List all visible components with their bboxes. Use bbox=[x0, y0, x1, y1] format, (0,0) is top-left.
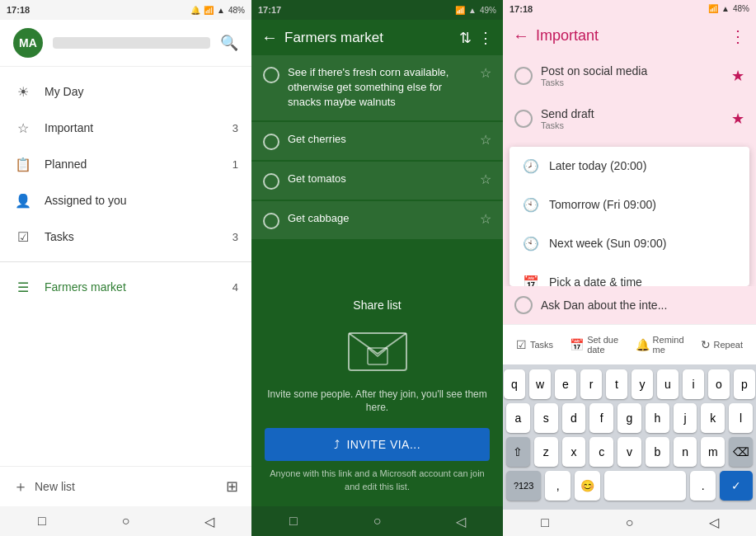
sidebar-item-planned[interactable]: 📋 Planned 1 bbox=[0, 146, 251, 182]
key-d[interactable]: d bbox=[562, 403, 586, 433]
back-nav-btn[interactable]: ◁ bbox=[197, 509, 222, 534]
more-icon[interactable]: ⋮ bbox=[478, 29, 493, 47]
dropdown-tomorrow[interactable]: 🕙 Tomorrow (Fri 09:00) bbox=[509, 186, 749, 224]
key-j[interactable]: j bbox=[674, 403, 697, 433]
ask-dan-circle[interactable] bbox=[514, 296, 533, 314]
key-comma[interactable]: , bbox=[545, 471, 571, 501]
avatar[interactable]: MA bbox=[13, 28, 43, 58]
new-list-button[interactable]: ＋ New list bbox=[13, 477, 75, 496]
key-v[interactable]: v bbox=[617, 437, 641, 467]
toolbar-due-date-btn[interactable]: 📅 Set due date bbox=[563, 330, 625, 360]
key-x[interactable]: x bbox=[562, 437, 586, 467]
key-period[interactable]: . bbox=[690, 471, 716, 501]
key-space[interactable] bbox=[604, 471, 686, 501]
imp-star-2[interactable]: ★ bbox=[731, 110, 744, 128]
farmers-market-header: ← Farmers market ⇅ ⋮ bbox=[251, 20, 503, 55]
task-item-2[interactable]: Get cherries ☆ bbox=[251, 122, 503, 160]
key-z[interactable]: z bbox=[534, 437, 558, 467]
task-star-2[interactable]: ☆ bbox=[480, 132, 491, 148]
dropdown-pick-date[interactable]: 📅 Pick a date & time bbox=[509, 263, 749, 286]
imp-circle-2[interactable] bbox=[514, 110, 533, 128]
key-l[interactable]: l bbox=[729, 403, 753, 433]
task-text-4: Get cabbage bbox=[288, 211, 472, 226]
key-o[interactable]: o bbox=[708, 369, 730, 399]
ask-dan-task[interactable]: Ask Dan about the inte... bbox=[503, 286, 756, 324]
task-star-1[interactable]: ☆ bbox=[480, 65, 491, 81]
sidebar-item-tasks[interactable]: ☑ Tasks 3 bbox=[0, 219, 251, 255]
key-backspace[interactable]: ⌫ bbox=[729, 437, 753, 467]
circle-nav-btn-m[interactable]: ○ bbox=[364, 509, 389, 534]
search-icon[interactable]: 🔍 bbox=[220, 34, 238, 52]
ask-dan-text: Ask Dan about the inte... bbox=[541, 299, 667, 312]
toolbar-tasks-btn[interactable]: ☑ Tasks bbox=[509, 333, 560, 356]
calendar-icon-pick: 📅 bbox=[523, 275, 539, 286]
back-icon[interactable]: ← bbox=[261, 28, 278, 47]
key-b[interactable]: b bbox=[646, 437, 669, 467]
key-i[interactable]: i bbox=[683, 369, 704, 399]
key-a[interactable]: a bbox=[506, 403, 530, 433]
task-circle-3[interactable] bbox=[263, 173, 279, 190]
square-nav-btn[interactable]: □ bbox=[30, 509, 54, 534]
right-back-icon[interactable]: ← bbox=[513, 26, 529, 45]
toolbar-repeat-btn[interactable]: ↻ Repeat bbox=[694, 333, 749, 356]
key-g[interactable]: g bbox=[617, 403, 641, 433]
key-e[interactable]: e bbox=[555, 369, 576, 399]
back-nav-btn-m[interactable]: ◁ bbox=[448, 509, 473, 534]
task-item-1[interactable]: See if there's fresh corn available, oth… bbox=[251, 55, 503, 120]
task-circle-4[interactable] bbox=[263, 213, 279, 229]
task-star-3[interactable]: ☆ bbox=[480, 172, 491, 187]
share-description: Invite some people. After they join, you… bbox=[265, 388, 490, 416]
key-emoji[interactable]: 😊 bbox=[575, 471, 600, 501]
key-r[interactable]: r bbox=[580, 369, 602, 399]
sidebar-panel: 17:18 🔔 📶 ▲ 48% MA 🔍 ☀ My Day ☆ Importan… bbox=[0, 0, 251, 536]
imp-star-1[interactable]: ★ bbox=[731, 67, 744, 85]
right-menu-icon[interactable]: ⋮ bbox=[730, 26, 746, 46]
back-nav-btn-r[interactable]: ◁ bbox=[702, 510, 726, 535]
sidebar-item-farmers-market[interactable]: ☰ Farmers market 4 bbox=[0, 269, 251, 305]
share-icon[interactable]: ⇅ bbox=[459, 29, 472, 47]
key-w[interactable]: w bbox=[529, 369, 551, 399]
key-c[interactable]: c bbox=[589, 437, 613, 467]
important-task-1[interactable]: Post on social media Tasks ★ bbox=[503, 54, 756, 97]
task-item-4[interactable]: Get cabbage ☆ bbox=[251, 201, 503, 239]
toolbar-remind-btn[interactable]: 🔔 Remind me bbox=[629, 330, 691, 360]
task-circle-1[interactable] bbox=[263, 67, 279, 83]
dropdown-next-week[interactable]: 🕙 Next week (Sun 09:00) bbox=[509, 224, 749, 263]
nav-divider bbox=[0, 261, 251, 262]
toolbar-bell-icon: 🔔 bbox=[636, 338, 650, 351]
task-star-4[interactable]: ☆ bbox=[480, 211, 491, 227]
key-n[interactable]: n bbox=[674, 437, 697, 467]
toolbar-repeat-icon: ↻ bbox=[701, 338, 711, 351]
edit-lists-icon[interactable]: ⊞ bbox=[226, 477, 238, 496]
sidebar-item-assigned[interactable]: 👤 Assigned to you bbox=[0, 182, 251, 219]
important-task-2[interactable]: Send draft Tasks ★ bbox=[503, 97, 756, 140]
key-p[interactable]: p bbox=[734, 369, 755, 399]
key-s[interactable]: s bbox=[534, 403, 558, 433]
key-num[interactable]: ?123 bbox=[506, 471, 541, 501]
invite-button[interactable]: ⤴ INVITE VIA... bbox=[265, 428, 490, 461]
toolbar-tasks-label: Tasks bbox=[530, 340, 553, 350]
keyboard-row-4: ?123 , 😊 . ✓ bbox=[506, 471, 753, 501]
sidebar-item-my-day[interactable]: ☀ My Day bbox=[0, 73, 251, 110]
key-f[interactable]: f bbox=[589, 403, 613, 433]
dropdown-later-today[interactable]: 🕗 Later today (20:00) bbox=[509, 147, 749, 186]
sidebar-header: MA 🔍 bbox=[0, 20, 251, 67]
square-nav-btn-r[interactable]: □ bbox=[533, 510, 557, 535]
sidebar-item-important[interactable]: ☆ Important 3 bbox=[0, 110, 251, 146]
key-shift[interactable]: ⇧ bbox=[506, 437, 530, 467]
square-nav-btn-m[interactable]: □ bbox=[281, 509, 306, 534]
key-enter[interactable]: ✓ bbox=[720, 471, 753, 501]
imp-circle-1[interactable] bbox=[514, 67, 533, 85]
key-y[interactable]: y bbox=[632, 369, 653, 399]
task-circle-2[interactable] bbox=[263, 134, 279, 150]
key-q[interactable]: q bbox=[504, 369, 525, 399]
key-h[interactable]: h bbox=[646, 403, 669, 433]
dropdown-label-pick: Pick a date & time bbox=[549, 275, 642, 286]
key-t[interactable]: t bbox=[606, 369, 627, 399]
circle-nav-btn-r[interactable]: ○ bbox=[617, 510, 641, 535]
key-m[interactable]: m bbox=[701, 437, 725, 467]
task-item-3[interactable]: Get tomatos ☆ bbox=[251, 162, 503, 200]
key-u[interactable]: u bbox=[657, 369, 679, 399]
key-k[interactable]: k bbox=[701, 403, 725, 433]
circle-nav-btn[interactable]: ○ bbox=[113, 509, 138, 534]
